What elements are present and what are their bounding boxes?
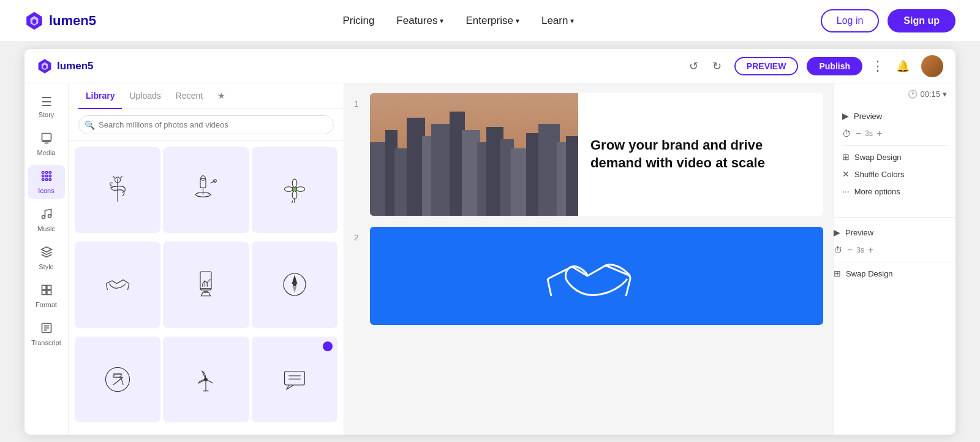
svg-point-15 bbox=[49, 178, 51, 180]
chevron-down-icon: ▾ bbox=[516, 17, 519, 25]
icon-cell-mobile-chart[interactable] bbox=[163, 242, 249, 327]
svg-rect-68 bbox=[431, 124, 453, 216]
slide-card-2[interactable] bbox=[370, 227, 823, 325]
icon-cell-flower[interactable] bbox=[252, 147, 337, 233]
more-options-action[interactable]: ··· More options bbox=[842, 183, 947, 200]
swap-icon-2: ⊞ bbox=[834, 269, 841, 278]
preview-button[interactable]: PREVIEW bbox=[734, 57, 799, 75]
timer-control-2: − 3s + bbox=[847, 245, 873, 256]
redo-button[interactable]: ↻ bbox=[709, 58, 726, 75]
signup-button[interactable]: Sign up bbox=[888, 9, 956, 32]
logo-icon bbox=[24, 11, 44, 31]
enterprise-link[interactable]: Enterprise ▾ bbox=[466, 15, 519, 27]
main-area: lumen5 ↺ ↻ PREVIEW Publish ⋮ 🔔 ☰ Story bbox=[0, 42, 980, 442]
panel-section-1: ▶ Preview ⏱ − 3s + ⊞ Swap Des bbox=[834, 102, 956, 205]
play-icon: ▶ bbox=[842, 111, 849, 121]
pricing-link[interactable]: Pricing bbox=[342, 15, 374, 27]
icon-cell-chat[interactable] bbox=[252, 337, 337, 422]
left-sidebar: ☰ Story Media Icons bbox=[24, 83, 69, 435]
minus-button[interactable]: − bbox=[856, 128, 861, 139]
plus-button[interactable]: + bbox=[876, 128, 882, 139]
sidebar-item-icons[interactable]: Icons bbox=[28, 165, 65, 199]
svg-rect-19 bbox=[47, 286, 51, 290]
plus-button-2[interactable]: + bbox=[868, 245, 873, 256]
swap-design-action[interactable]: ⊞ Swap Design bbox=[842, 148, 947, 166]
undo-button[interactable]: ↺ bbox=[685, 58, 703, 75]
slide-row-2: 2 bbox=[344, 223, 833, 329]
svg-rect-20 bbox=[42, 291, 46, 295]
svg-rect-30 bbox=[200, 178, 206, 188]
media-panel: Library Uploads Recent ★ 🔍 bbox=[69, 83, 344, 435]
svg-point-58 bbox=[205, 378, 208, 381]
undo-redo-group: ↺ ↻ bbox=[685, 58, 726, 75]
logo-text: lumen5 bbox=[49, 13, 96, 29]
tab-library[interactable]: Library bbox=[78, 83, 122, 109]
sidebar-item-format[interactable]: Format bbox=[28, 279, 65, 313]
preview-action[interactable]: ▶ Preview bbox=[842, 107, 947, 124]
sidebar-item-media[interactable]: Media bbox=[28, 127, 65, 161]
svg-point-11 bbox=[45, 175, 47, 177]
sidebar-item-music[interactable]: Music bbox=[28, 203, 65, 237]
notification-button[interactable]: 🔔 bbox=[893, 56, 913, 76]
search-wrapper: 🔍 bbox=[78, 115, 334, 134]
more-options-button[interactable]: ⋮ bbox=[871, 58, 884, 74]
svg-point-37 bbox=[292, 179, 297, 188]
svg-point-39 bbox=[284, 187, 293, 192]
duration-value: 3s bbox=[865, 129, 873, 138]
slide-number-2: 2 bbox=[354, 233, 364, 242]
learn-link[interactable]: Learn ▾ bbox=[541, 15, 574, 27]
tab-recent[interactable]: Recent bbox=[168, 83, 210, 109]
logo[interactable]: lumen5 bbox=[24, 11, 96, 31]
minus-button-2[interactable]: − bbox=[847, 245, 853, 256]
sidebar-item-story[interactable]: ☰ Story bbox=[28, 90, 65, 123]
icon-cell-caduceus[interactable] bbox=[75, 147, 160, 233]
icon-cell-handshake[interactable] bbox=[75, 242, 160, 327]
icon-cell-microscope[interactable] bbox=[163, 147, 249, 233]
slide-image-1 bbox=[370, 93, 578, 216]
svg-point-14 bbox=[45, 178, 47, 180]
timer-row: 🕐 00:15 ▾ bbox=[834, 90, 956, 102]
svg-rect-78 bbox=[566, 136, 578, 216]
slide-text-part-1: Grow your brand and drive demand with vi… bbox=[578, 93, 823, 216]
svg-marker-49 bbox=[292, 276, 297, 284]
inner-content: ☰ Story Media Icons bbox=[24, 83, 956, 435]
features-link[interactable]: Features ▾ bbox=[396, 15, 443, 27]
svg-point-51 bbox=[293, 283, 296, 286]
chevron-down-icon: ▾ bbox=[440, 17, 443, 25]
svg-point-13 bbox=[42, 178, 43, 180]
sidebar-item-style[interactable]: Style bbox=[28, 241, 65, 275]
svg-line-42 bbox=[292, 200, 293, 203]
avatar-button[interactable] bbox=[921, 55, 943, 77]
icon-cell-compass[interactable] bbox=[252, 242, 337, 327]
nav-links: Pricing Features ▾ Enterprise ▾ Learn ▾ bbox=[342, 15, 574, 27]
svg-rect-76 bbox=[538, 124, 560, 216]
shuffle-colors-action[interactable]: ✕ Shuffle Colors bbox=[842, 166, 947, 183]
publish-button[interactable]: Publish bbox=[807, 57, 862, 75]
inner-topbar-right: ↺ ↻ PREVIEW Publish ⋮ 🔔 bbox=[685, 55, 943, 77]
svg-line-29 bbox=[121, 177, 123, 178]
search-input[interactable] bbox=[78, 115, 334, 134]
slide-card-1[interactable]: Grow your brand and drive demand with vi… bbox=[370, 93, 823, 216]
swap-design-action-2[interactable]: ⊞ Swap Design bbox=[834, 265, 956, 282]
shuffle-icon: ✕ bbox=[842, 169, 850, 179]
svg-rect-21 bbox=[47, 291, 51, 295]
tab-uploads[interactable]: Uploads bbox=[122, 83, 168, 109]
login-button[interactable]: Log in bbox=[821, 9, 880, 32]
svg-rect-18 bbox=[42, 286, 46, 290]
tab-favorites[interactable]: ★ bbox=[210, 83, 233, 109]
svg-line-28 bbox=[113, 177, 115, 178]
preview-action-2[interactable]: ▶ Preview bbox=[834, 224, 956, 241]
svg-point-17 bbox=[48, 215, 51, 218]
transcript-icon bbox=[40, 322, 53, 337]
right-panel: 🕐 00:15 ▾ ▶ Preview ⏱ − 3s + bbox=[833, 83, 956, 435]
canvas-area: 1 bbox=[344, 83, 833, 435]
chevron-down-icon: ▾ bbox=[570, 17, 574, 25]
sidebar-item-transcript[interactable]: Transcript bbox=[28, 317, 65, 351]
icon-cell-wind-turbine[interactable] bbox=[163, 337, 249, 422]
inner-topbar: lumen5 ↺ ↻ PREVIEW Publish ⋮ 🔔 bbox=[24, 49, 956, 83]
clock-icon: 🕐 bbox=[908, 90, 918, 99]
svg-rect-43 bbox=[200, 272, 211, 290]
svg-marker-50 bbox=[292, 286, 297, 293]
chevron-down-icon: ▾ bbox=[943, 90, 947, 99]
icon-cell-rupee[interactable] bbox=[75, 337, 160, 422]
